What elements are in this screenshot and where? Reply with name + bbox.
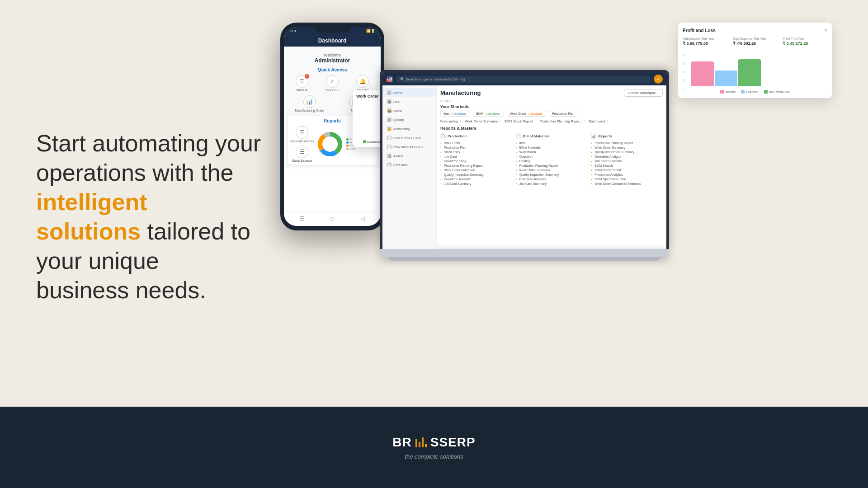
list-item[interactable]: BOM Search [591, 163, 663, 168]
phone-icon-stock-bal[interactable]: ☰ Stock Balance [290, 145, 314, 162]
footer-tagline: the complete solutions [405, 453, 463, 460]
list-item[interactable]: Production Analytics [591, 172, 663, 177]
phone-icon-stockin[interactable]: ☰9 Stock In [288, 75, 316, 92]
footer-logo-left: BR [392, 435, 411, 450]
pnl-title: Profit and Loss [683, 28, 716, 33]
list-item[interactable]: BOM Operations Time [591, 177, 663, 181]
pnl-legend-expense: Expense [741, 90, 758, 94]
main-area: Start automating your operations with th… [0, 0, 868, 407]
forecast-bom-stock[interactable]: BOM Stock Report ↑ [505, 119, 536, 123]
cost-icon: 📑 [387, 136, 392, 140]
sidebar-item-raw[interactable]: 📑Raw Material Calcu... [382, 142, 436, 151]
reports-list-main: Production Planning Report Work Order Su… [591, 141, 663, 186]
list-item[interactable]: Job Card Summary [591, 159, 663, 163]
list-item[interactable]: Operation [516, 154, 588, 159]
list-item[interactable]: Item [516, 141, 588, 145]
laptop-screen: 🏭 🔍 Search or type a command (Ctrl + Q) … [382, 73, 666, 249]
phone-signal: 📶🔋 [366, 29, 375, 33]
pnl-chart-area: 8L 6L 4L 2L 0 [683, 50, 827, 90]
sidebar-item-gst[interactable]: 📋GST India [382, 160, 436, 169]
list-item[interactable]: Downtime Analysis [516, 177, 588, 181]
phone-btn-menu[interactable]: ☰ [297, 214, 307, 223]
sidebar-item-quality[interactable]: ✓Quality [382, 115, 436, 124]
list-item[interactable]: Quality Inspection Summary [440, 172, 512, 177]
list-item[interactable]: Production Plan [440, 145, 512, 150]
list-item[interactable]: Quality Inspection Summary [591, 150, 663, 154]
list-item[interactable]: Work Order Summary [440, 168, 512, 172]
phone-btn-home[interactable]: □ [328, 214, 337, 223]
sidebar-item-stock[interactable]: 📦Stock [382, 106, 436, 115]
phone-icon-transfer[interactable]: 🔔 Transfer [349, 75, 377, 92]
pnl-legend-profit: Net Profit/Loss [764, 90, 790, 94]
stock-icon: 📦 [387, 108, 392, 113]
list-item[interactable]: Work Order Consumed Materials [591, 181, 663, 186]
phone-quick-access-grid: ☰9 Stock In ✓ Stock Out 🔔 Transfer [288, 75, 377, 92]
forecast-dashboard[interactable]: Dashboard ↑ [589, 119, 609, 123]
phone-gl-icon: ☰ [296, 126, 308, 139]
list-item[interactable]: Downtime Analysis [440, 177, 512, 181]
list-item[interactable]: Job Card [440, 154, 512, 159]
shortcut-bom[interactable]: BOM + 29 Active [473, 111, 504, 117]
list-item[interactable]: Production Planning Report [591, 141, 663, 145]
gst-icon: 📋 [387, 163, 392, 167]
laptop-top-bar: 🏭 🔍 Search or type a command (Ctrl + Q) … [382, 73, 666, 85]
pnl-profit-value: ₹ 5,45,272.26 [783, 41, 827, 46]
list-item[interactable]: Work Order [440, 141, 512, 145]
shortcut-work-order[interactable]: Work Order + 27 Open [507, 111, 546, 117]
list-item[interactable]: Downtime Analysis [591, 154, 663, 159]
laptop-search[interactable]: 🔍 Search or type a command (Ctrl + Q) [396, 76, 650, 83]
list-item[interactable]: Routing [516, 159, 588, 163]
footer-logo: BR SSERP [392, 435, 475, 450]
sidebar-item-cost[interactable]: 📑Cost Break Up Cal... [382, 133, 436, 142]
laptop-content: ⌂Home ⊞UCS 📦Stock ✓Quality 💰Accounting [382, 85, 666, 249]
list-item[interactable]: Work Order Summary [591, 145, 663, 150]
reports-col-reports: 📊 Reports Production Planning Report Wor… [591, 133, 663, 186]
shortcut-production-plan[interactable]: Production Plan [549, 111, 577, 117]
sidebar-item-home[interactable]: ⌂Home [382, 88, 436, 97]
laptop-shortcuts-label: Your Shortcuts [440, 104, 663, 109]
quick-access-title: Quick Access [288, 67, 377, 72]
forecast-pp-report[interactable]: Production Planning Repo... ↑ [540, 119, 585, 123]
list-item[interactable]: BOM Stock Report [591, 168, 663, 172]
pnl-bar-income [691, 61, 714, 86]
hero-highlight2: solutions [36, 218, 141, 244]
reports-col-production-title: 📋 Production [440, 133, 512, 139]
phone-welcome: Welcome Administrator [288, 50, 377, 67]
phone-icon-stockout[interactable]: ✓ Stock Out [318, 75, 346, 92]
stockin-badge: 9 [305, 74, 309, 79]
phone-header: Dashboard [284, 35, 381, 47]
pnl-close-button[interactable]: × [824, 27, 827, 33]
sidebar-item-accounting[interactable]: 💰Accounting [382, 124, 436, 133]
forecast-wo-summary[interactable]: Work Order Summary ↑ [465, 119, 501, 123]
footer-logo-right: SSERP [430, 435, 476, 450]
list-item[interactable]: Downtime Entry [440, 159, 512, 163]
sidebar-item-assets[interactable]: 🏢Assets [382, 151, 436, 160]
laptop-shortcuts-row1: Item + 71 Active BOM + 29 Active Work Or… [440, 111, 663, 117]
list-item[interactable]: Quality Inspection Summary [516, 172, 588, 177]
phone-icon-mfg[interactable]: 📊 Manufacturing Order [288, 95, 331, 112]
list-item[interactable]: Stock Entry [440, 150, 512, 154]
list-item[interactable]: Job Card Summary [440, 181, 512, 186]
list-item[interactable]: Job Card Summary [516, 181, 588, 186]
phone-icon-gl[interactable]: ☰ General Ledgers [290, 126, 314, 143]
raw-icon: 📑 [387, 145, 392, 149]
phone-btn-back[interactable]: ◁ [358, 214, 367, 223]
assets-icon: 🏢 [387, 154, 392, 158]
list-item[interactable]: Bill of Materials [516, 145, 588, 150]
pnl-legend-dot-expense [741, 90, 745, 94]
shortcut-item[interactable]: Item + 71 Active [440, 111, 470, 117]
sidebar-item-ucs[interactable]: ⊞UCS [382, 97, 436, 106]
list-item[interactable]: Work Order Summary [516, 168, 588, 172]
laptop-logo: 🏭 [386, 76, 393, 82]
phone-mfg-label: Manufacturing Order [295, 109, 324, 112]
reports-col-icon: 📊 [591, 133, 596, 139]
list-item[interactable]: Workstation [516, 150, 588, 154]
pnl-legend-income: Income [720, 90, 736, 94]
laptop-user-icon[interactable]: A [654, 75, 663, 84]
pnl-legend-dot-income [720, 90, 724, 94]
list-item[interactable]: Production Planning Report [516, 163, 588, 168]
ucs-icon: ⊞ [387, 99, 392, 104]
forecast-forecasting[interactable]: Forecasting ↑ [440, 119, 461, 123]
create-workspace-button[interactable]: Create Workspac... [624, 89, 663, 97]
list-item[interactable]: Production Planning Report [440, 163, 512, 168]
